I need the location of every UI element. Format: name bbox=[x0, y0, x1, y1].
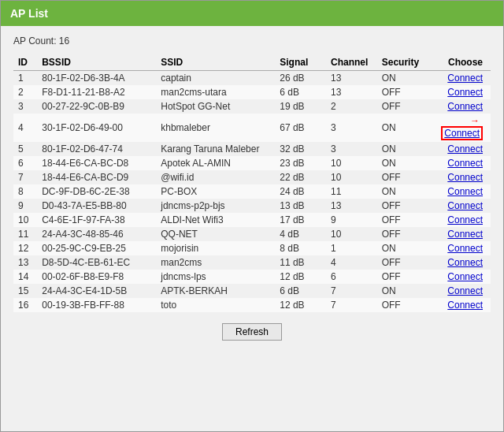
table-row: 1200-25-9C-C9-EB-25mojorisin8 dB1ONConne… bbox=[13, 241, 491, 255]
connect-link[interactable]: Connect bbox=[447, 229, 483, 240]
cell-id: 14 bbox=[13, 270, 37, 284]
cell-bssid: DC-9F-DB-6C-2E-38 bbox=[37, 184, 156, 199]
table-row: 1600-19-3B-FB-FF-88toto12 dB7OFFConnect bbox=[13, 298, 491, 312]
cell-bssid: 80-1F-02-D6-47-74 bbox=[37, 142, 156, 156]
cell-choose: Connect bbox=[432, 142, 491, 156]
connect-link[interactable]: Connect bbox=[447, 186, 483, 197]
highlight-arrow-icon: → bbox=[470, 115, 480, 126]
table-row: 580-1F-02-D6-47-74Karang Taruna Maleber3… bbox=[13, 142, 491, 156]
cell-bssid: 30-1F-02-D6-49-00 bbox=[37, 114, 156, 142]
cell-ssid: khbmaleber bbox=[156, 114, 275, 142]
connect-link[interactable]: Connect bbox=[447, 271, 483, 282]
cell-bssid: 24-A4-3C-E4-1D-5B bbox=[37, 284, 156, 298]
main-window: AP List AP Count: 16 ID BSSID SSID Signa… bbox=[0, 0, 504, 432]
cell-signal: 19 dB bbox=[275, 99, 326, 114]
cell-ssid: APTK-BERKAH bbox=[156, 284, 275, 298]
cell-security: OFF bbox=[377, 99, 432, 114]
col-header-choose: Choose bbox=[432, 54, 491, 71]
connect-link[interactable]: Connect bbox=[447, 101, 483, 112]
cell-choose: →Connect bbox=[432, 114, 491, 142]
cell-signal: 6 dB bbox=[275, 284, 326, 298]
cell-ssid: mojorisin bbox=[156, 241, 275, 255]
cell-security: OFF bbox=[377, 298, 432, 312]
col-header-ssid: SSID bbox=[156, 54, 275, 71]
connect-link[interactable]: Connect bbox=[447, 87, 483, 98]
cell-choose: Connect bbox=[432, 241, 491, 255]
title-bar: AP List bbox=[1, 1, 503, 26]
cell-channel: 6 bbox=[326, 270, 377, 284]
refresh-button[interactable]: Refresh bbox=[222, 323, 282, 341]
table-row: 1524-A4-3C-E4-1D-5BAPTK-BERKAH6 dB7ONCon… bbox=[13, 284, 491, 298]
connect-link[interactable]: Connect bbox=[447, 285, 483, 296]
connect-link[interactable]: Connect bbox=[447, 200, 483, 211]
cell-channel: 13 bbox=[326, 199, 377, 213]
cell-channel: 7 bbox=[326, 284, 377, 298]
cell-bssid: 18-44-E6-CA-BC-D8 bbox=[37, 156, 156, 170]
ap-table: ID BSSID SSID Signal Channel Security Ch… bbox=[13, 54, 491, 312]
cell-id: 7 bbox=[13, 170, 37, 184]
cell-id: 5 bbox=[13, 142, 37, 156]
cell-security: ON bbox=[377, 156, 432, 170]
cell-channel: 1 bbox=[326, 241, 377, 255]
table-row: 2F8-D1-11-21-B8-A2man2cms-utara6 dB13OFF… bbox=[13, 85, 491, 99]
cell-ssid: man2cms bbox=[156, 255, 275, 270]
cell-id: 8 bbox=[13, 184, 37, 199]
cell-id: 6 bbox=[13, 156, 37, 170]
col-header-channel: Channel bbox=[326, 54, 377, 71]
cell-channel: 2 bbox=[326, 99, 377, 114]
table-row: 9D0-43-7A-E5-BB-80jdncms-p2p-bjs13 dB13O… bbox=[13, 199, 491, 213]
connect-link-highlighted[interactable]: Connect bbox=[441, 126, 483, 140]
cell-signal: 23 dB bbox=[275, 156, 326, 170]
cell-ssid: PC-BOX bbox=[156, 184, 275, 199]
cell-security: ON bbox=[377, 114, 432, 142]
cell-id: 11 bbox=[13, 227, 37, 241]
cell-security: OFF bbox=[377, 85, 432, 99]
cell-channel: 4 bbox=[326, 255, 377, 270]
cell-signal: 24 dB bbox=[275, 184, 326, 199]
connect-link[interactable]: Connect bbox=[447, 214, 483, 225]
cell-id: 15 bbox=[13, 284, 37, 298]
connect-link[interactable]: Connect bbox=[447, 73, 483, 84]
cell-channel: 10 bbox=[326, 227, 377, 241]
cell-ssid: toto bbox=[156, 298, 275, 312]
cell-signal: 17 dB bbox=[275, 213, 326, 227]
cell-signal: 6 dB bbox=[275, 85, 326, 99]
col-header-signal: Signal bbox=[275, 54, 326, 71]
cell-ssid: man2cms-utara bbox=[156, 85, 275, 99]
cell-id: 12 bbox=[13, 241, 37, 255]
connect-link[interactable]: Connect bbox=[447, 257, 483, 268]
table-row: 180-1F-02-D6-3B-4Acaptain26 dB13ONConnec… bbox=[13, 71, 491, 86]
cell-bssid: 24-A4-3C-48-85-46 bbox=[37, 227, 156, 241]
cell-ssid: jdncms-lps bbox=[156, 270, 275, 284]
cell-channel: 11 bbox=[326, 184, 377, 199]
cell-choose: Connect bbox=[432, 184, 491, 199]
cell-bssid: 00-02-6F-B8-E9-F8 bbox=[37, 270, 156, 284]
cell-signal: 12 dB bbox=[275, 298, 326, 312]
cell-ssid: Apotek AL-AMIN bbox=[156, 156, 275, 170]
table-row: 430-1F-02-D6-49-00khbmaleber67 dB3ON→Con… bbox=[13, 114, 491, 142]
cell-signal: 4 dB bbox=[275, 227, 326, 241]
cell-choose: Connect bbox=[432, 71, 491, 86]
cell-channel: 7 bbox=[326, 298, 377, 312]
cell-channel: 13 bbox=[326, 85, 377, 99]
cell-channel: 9 bbox=[326, 213, 377, 227]
cell-security: ON bbox=[377, 142, 432, 156]
connect-link[interactable]: Connect bbox=[447, 172, 483, 183]
cell-bssid: 18-44-E6-CA-BC-D9 bbox=[37, 170, 156, 184]
cell-choose: Connect bbox=[432, 170, 491, 184]
connect-link[interactable]: Connect bbox=[447, 300, 483, 311]
cell-id: 9 bbox=[13, 199, 37, 213]
connect-link[interactable]: Connect bbox=[447, 243, 483, 254]
cell-security: ON bbox=[377, 71, 432, 86]
cell-signal: 13 dB bbox=[275, 199, 326, 213]
cell-ssid: HotSpot GG-Net bbox=[156, 99, 275, 114]
connect-link[interactable]: Connect bbox=[447, 158, 483, 169]
cell-bssid: F8-D1-11-21-B8-A2 bbox=[37, 85, 156, 99]
cell-bssid: D0-43-7A-E5-BB-80 bbox=[37, 199, 156, 213]
cell-signal: 67 dB bbox=[275, 114, 326, 142]
cell-choose: Connect bbox=[432, 199, 491, 213]
cell-channel: 3 bbox=[326, 142, 377, 156]
cell-signal: 11 dB bbox=[275, 255, 326, 270]
cell-choose: Connect bbox=[432, 227, 491, 241]
connect-link[interactable]: Connect bbox=[447, 143, 483, 155]
